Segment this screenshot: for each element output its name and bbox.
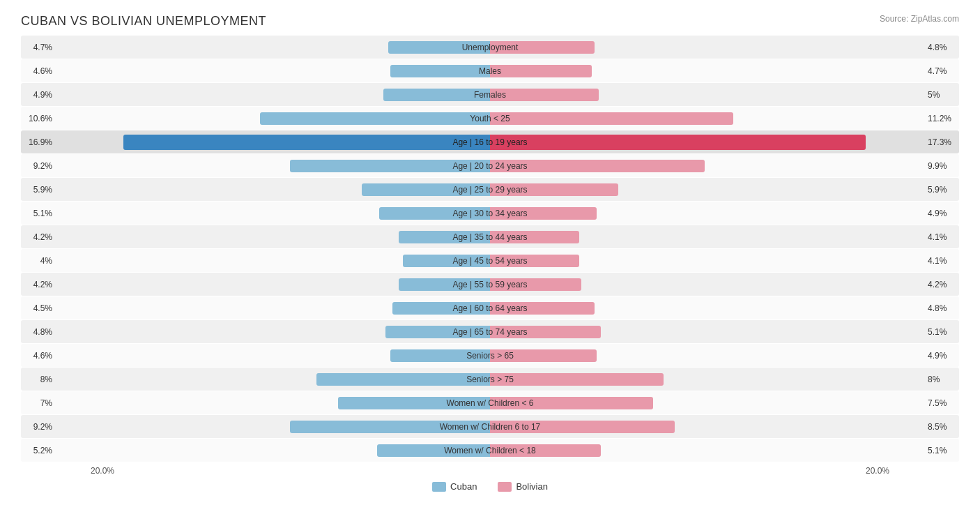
row-label: Seniors > 65 xyxy=(465,351,515,361)
row-label: Age | 16 to 19 years xyxy=(451,137,528,147)
row-label: Women w/ Children 6 to 17 xyxy=(438,422,542,432)
bar-area: Women w/ Children < 18 xyxy=(56,444,924,457)
left-value: 10.6% xyxy=(21,114,56,123)
left-bar-wrap xyxy=(56,326,490,338)
left-bar-wrap xyxy=(56,231,490,243)
right-value: 5% xyxy=(924,90,959,100)
left-value: 4.2% xyxy=(21,232,56,242)
right-value: 4.1% xyxy=(924,256,959,266)
table-row: 5.1% Age | 30 to 34 years 4.9% xyxy=(21,202,959,225)
row-label: Age | 20 to 24 years xyxy=(451,161,528,171)
left-bar-wrap xyxy=(56,255,490,267)
table-row: 9.2% Age | 20 to 24 years 9.9% xyxy=(21,154,959,177)
left-bar-wrap xyxy=(56,302,490,315)
right-value: 5.1% xyxy=(924,327,959,337)
right-bar-wrap xyxy=(490,160,924,172)
right-value: 4.9% xyxy=(924,209,959,218)
axis-row: 20.0% 20.0% xyxy=(21,466,959,476)
bar-area: Unemployment xyxy=(56,41,924,54)
bolivian-bar xyxy=(490,135,866,150)
bolivian-bar xyxy=(490,373,664,386)
left-value: 8% xyxy=(21,375,56,384)
row-label: Age | 35 to 44 years xyxy=(451,232,528,242)
legend-cuban-color xyxy=(432,482,446,492)
right-value: 5.1% xyxy=(924,446,959,455)
left-bar-wrap xyxy=(56,349,490,362)
left-value: 7% xyxy=(21,398,56,408)
bar-area: Age | 55 to 59 years xyxy=(56,278,924,291)
legend: Cuban Bolivian xyxy=(21,481,959,492)
left-value: 4.7% xyxy=(21,43,56,52)
right-value: 7.5% xyxy=(924,398,959,408)
left-bar-wrap xyxy=(56,135,490,150)
right-value: 4.8% xyxy=(924,303,959,313)
left-value: 9.2% xyxy=(21,161,56,171)
left-bar-wrap xyxy=(56,207,490,220)
right-bar-wrap xyxy=(490,444,924,457)
page-container: CUBAN VS BOLIVIAN UNEMPLOYMENT Source: Z… xyxy=(21,14,959,492)
cuban-bar xyxy=(123,135,490,150)
axis-right: 20.0% xyxy=(866,466,889,476)
bar-area: Seniors > 75 xyxy=(56,373,924,386)
source-label: Source: ZipAtlas.com xyxy=(880,14,959,24)
right-bar-wrap xyxy=(490,89,924,101)
right-bar-wrap xyxy=(490,349,924,362)
row-label: Females xyxy=(473,90,507,100)
table-row: 4.2% Age | 55 to 59 years 4.2% xyxy=(21,273,959,296)
right-value: 8.5% xyxy=(924,422,959,432)
bolivian-bar xyxy=(490,112,733,125)
bar-area: Women w/ Children 6 to 17 xyxy=(56,421,924,433)
right-value: 8% xyxy=(924,375,959,384)
legend-cuban: Cuban xyxy=(432,481,477,492)
bar-area: Males xyxy=(56,65,924,77)
axis-left: 20.0% xyxy=(91,466,114,476)
table-row: 4.5% Age | 60 to 64 years 4.8% xyxy=(21,296,959,319)
table-row: 4.8% Age | 65 to 74 years 5.1% xyxy=(21,320,959,343)
bar-area: Women w/ Children < 6 xyxy=(56,397,924,409)
left-bar-wrap xyxy=(56,160,490,172)
right-bar-wrap xyxy=(490,135,924,150)
bar-area: Age | 30 to 34 years xyxy=(56,207,924,220)
row-label: Unemployment xyxy=(461,43,520,52)
table-row: 4.2% Age | 35 to 44 years 4.1% xyxy=(21,225,959,248)
left-bar-wrap xyxy=(56,444,490,457)
row-label: Seniors > 75 xyxy=(465,375,515,384)
left-bar-wrap xyxy=(56,397,490,409)
bar-area: Age | 16 to 19 years xyxy=(56,135,924,150)
right-bar-wrap xyxy=(490,41,924,54)
right-value: 11.2% xyxy=(924,114,959,123)
table-row: 4.7% Unemployment 4.8% xyxy=(21,36,959,59)
right-bar-wrap xyxy=(490,302,924,315)
left-value: 4.9% xyxy=(21,90,56,100)
table-row: 8% Seniors > 75 8% xyxy=(21,368,959,391)
table-row: 5.9% Age | 25 to 29 years 5.9% xyxy=(21,178,959,201)
bar-area: Age | 20 to 24 years xyxy=(56,160,924,172)
row-label: Males xyxy=(477,66,503,76)
right-bar-wrap xyxy=(490,421,924,433)
table-row: 10.6% Youth < 25 11.2% xyxy=(21,107,959,130)
left-bar-wrap xyxy=(56,421,490,433)
right-bar-wrap xyxy=(490,326,924,338)
bar-area: Age | 35 to 44 years xyxy=(56,231,924,243)
bar-area: Females xyxy=(56,89,924,101)
row-label: Age | 60 to 64 years xyxy=(451,303,528,313)
bar-area: Age | 60 to 64 years xyxy=(56,302,924,315)
row-label: Age | 25 to 29 years xyxy=(451,185,528,195)
bar-area: Youth < 25 xyxy=(56,112,924,125)
cuban-bar xyxy=(316,373,490,386)
cuban-bar xyxy=(390,65,490,77)
row-label: Age | 45 to 54 years xyxy=(451,256,528,266)
table-row: 16.9% Age | 16 to 19 years 17.3% xyxy=(21,130,959,153)
left-value: 5.1% xyxy=(21,209,56,218)
row-label: Women w/ Children < 18 xyxy=(443,446,537,455)
row-label: Age | 55 to 59 years xyxy=(451,280,528,289)
table-row: 5.2% Women w/ Children < 18 5.1% xyxy=(21,439,959,462)
left-bar-wrap xyxy=(56,278,490,291)
right-value: 4.2% xyxy=(924,280,959,289)
left-bar-wrap xyxy=(56,65,490,77)
right-bar-wrap xyxy=(490,207,924,220)
legend-bolivian-label: Bolivian xyxy=(516,481,548,492)
left-bar-wrap xyxy=(56,373,490,386)
left-value: 16.9% xyxy=(21,137,56,147)
left-bar-wrap xyxy=(56,183,490,196)
